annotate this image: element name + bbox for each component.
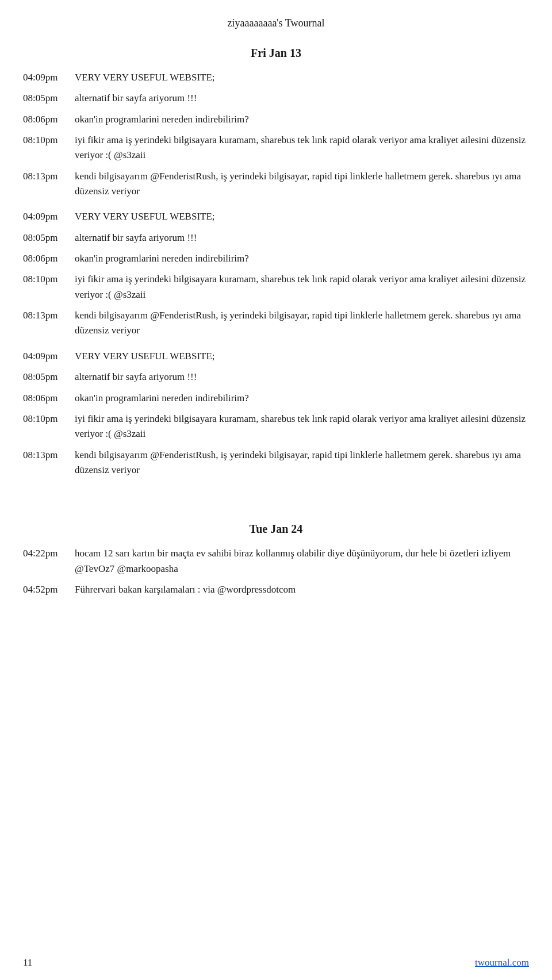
footer-link[interactable]: twournal.com xyxy=(475,957,529,969)
page-footer: 11 twournal.com xyxy=(0,957,552,969)
tweet-text: VERY VERY USEFUL WEBSITE; xyxy=(75,349,529,364)
tweet-entry: 08:13pm kendi bilgisayarım @FenderistRus… xyxy=(23,308,529,339)
tweet-time: 08:05pm xyxy=(23,230,75,245)
tweet-time: 04:09pm xyxy=(23,209,75,224)
tweet-entry: 04:22pm hocam 12 sarı kartın bir maçta e… xyxy=(23,546,529,577)
date-header-tue-jan-24: Tue Jan 24 xyxy=(23,522,529,536)
tweet-entry: 08:05pm alternatif bir sayfa ariyorum !!… xyxy=(23,91,529,106)
section-fri-jan-13: Fri Jan 13 04:09pm VERY VERY USEFUL WEBS… xyxy=(23,47,529,199)
tweet-text: VERY VERY USEFUL WEBSITE; xyxy=(75,70,529,85)
tweet-entry: 04:52pm Führervari bakan karşılamaları :… xyxy=(23,582,529,597)
tweet-text: alternatif bir sayfa ariyorum !!! xyxy=(75,370,529,385)
tweet-entry: 04:09pm VERY VERY USEFUL WEBSITE; xyxy=(23,209,529,224)
tweet-text: iyi fikir ama iş yerindeki bilgisayara k… xyxy=(75,272,529,302)
tweet-text: alternatif bir sayfa ariyorum !!! xyxy=(75,230,529,245)
tweet-text: Führervari bakan karşılamaları : via @wo… xyxy=(75,582,529,597)
tweet-entry: 08:05pm alternatif bir sayfa ariyorum !!… xyxy=(23,370,529,385)
tweet-entry: 08:13pm kendi bilgisayarım @FenderistRus… xyxy=(23,448,529,478)
tweet-time: 04:09pm xyxy=(23,349,75,364)
tweet-text: kendi bilgisayarım @FenderistRush, iş ye… xyxy=(75,448,529,478)
tweet-entry: 04:09pm VERY VERY USEFUL WEBSITE; xyxy=(23,70,529,85)
tweet-time: 08:06pm xyxy=(23,112,75,127)
page-number: 11 xyxy=(23,957,32,969)
tweet-time: 04:09pm xyxy=(23,70,75,85)
tweet-time: 08:13pm xyxy=(23,308,75,339)
tweet-text: okan'in programlarini nereden indirebili… xyxy=(75,391,529,406)
tweet-text: kendi bilgisayarım @FenderistRush, iş ye… xyxy=(75,308,529,339)
tweet-time: 08:05pm xyxy=(23,91,75,106)
tweet-entry: 08:13pm kendi bilgisayarım @FenderistRus… xyxy=(23,169,529,199)
tweet-entry: 08:06pm okan'in programlarini nereden in… xyxy=(23,391,529,406)
tweet-entry: 08:06pm okan'in programlarini nereden in… xyxy=(23,251,529,266)
tweet-text: VERY VERY USEFUL WEBSITE; xyxy=(75,209,529,224)
page-container: ziyaaaaaaaa's Twournal Fri Jan 13 04:09p… xyxy=(0,0,552,980)
section-tue-jan-24: Tue Jan 24 04:22pm hocam 12 sarı kartın … xyxy=(23,522,529,597)
tweet-time: 04:52pm xyxy=(23,582,75,597)
tweet-entry: 04:09pm VERY VERY USEFUL WEBSITE; xyxy=(23,349,529,364)
tweet-entry: 08:06pm okan'in programlarini nereden in… xyxy=(23,112,529,127)
tweet-text: kendi bilgisayarım @FenderistRush, iş ye… xyxy=(75,169,529,199)
tweet-text: okan'in programlarini nereden indirebili… xyxy=(75,251,529,266)
tweet-time: 04:22pm xyxy=(23,546,75,577)
tweet-time: 08:13pm xyxy=(23,448,75,478)
tweet-text: alternatif bir sayfa ariyorum !!! xyxy=(75,91,529,106)
tweet-entry: 08:10pm iyi fikir ama iş yerindeki bilgi… xyxy=(23,272,529,302)
tweet-time: 08:06pm xyxy=(23,391,75,406)
tweet-text: hocam 12 sarı kartın bir maçta ev sahibi… xyxy=(75,546,529,577)
tweet-text: iyi fikir ama iş yerindeki bilgisayara k… xyxy=(75,412,529,442)
tweet-time: 08:10pm xyxy=(23,133,75,163)
spacer xyxy=(23,488,529,511)
date-header-fri-jan-13: Fri Jan 13 xyxy=(23,47,529,60)
tweet-time: 08:10pm xyxy=(23,412,75,442)
section-repeat-2: 04:09pm VERY VERY USEFUL WEBSITE; 08:05p… xyxy=(23,349,529,478)
tweet-text: okan'in programlarini nereden indirebili… xyxy=(75,112,529,127)
site-title: ziyaaaaaaaa's Twournal xyxy=(23,11,529,29)
tweet-time: 08:05pm xyxy=(23,370,75,385)
tweet-entry: 08:05pm alternatif bir sayfa ariyorum !!… xyxy=(23,230,529,245)
tweet-entry: 08:10pm iyi fikir ama iş yerindeki bilgi… xyxy=(23,412,529,442)
tweet-time: 08:13pm xyxy=(23,169,75,199)
section-repeat-1: 04:09pm VERY VERY USEFUL WEBSITE; 08:05p… xyxy=(23,209,529,338)
tweet-time: 08:10pm xyxy=(23,272,75,302)
tweet-entry: 08:10pm iyi fikir ama iş yerindeki bilgi… xyxy=(23,133,529,163)
tweet-text: iyi fikir ama iş yerindeki bilgisayara k… xyxy=(75,133,529,163)
tweet-time: 08:06pm xyxy=(23,251,75,266)
